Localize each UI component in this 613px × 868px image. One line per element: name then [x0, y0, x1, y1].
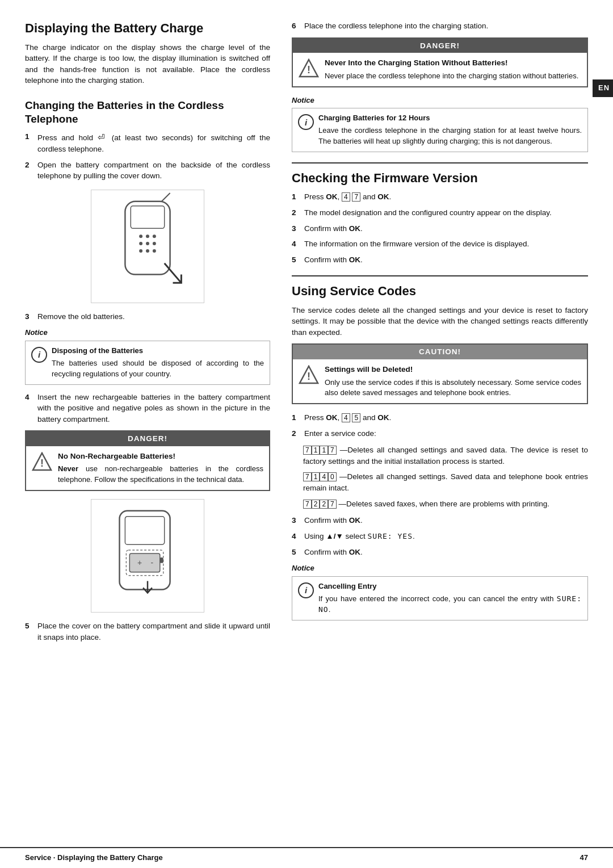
danger-header-2: DANGER! — [293, 39, 587, 53]
section1-title: Displaying the Battery Charge — [25, 20, 270, 36]
footer-left: Service · Displaying the Battery Charge — [25, 853, 163, 863]
section4-steps-b: 3 Confirm with OK. 4 Using ▲/▼ select SU… — [292, 515, 588, 557]
danger-title-2: Never Into the Charging Station Without … — [325, 57, 578, 69]
cancelling-notice: i Cancelling Entry If you have entered t… — [292, 576, 588, 620]
notice-icon-3: i — [298, 582, 314, 598]
svg-rect-1 — [131, 206, 164, 228]
svg-text:!: ! — [40, 458, 44, 469]
svg-point-10 — [146, 249, 149, 253]
notice-icon-2: i — [298, 114, 314, 130]
section-divider-1 — [292, 162, 588, 163]
step6: 6 Place the cordless telephone into the … — [292, 20, 588, 32]
left-column: Displaying the Battery Charge The charge… — [25, 20, 286, 847]
notice-label-3: Notice — [292, 563, 588, 574]
caution-header: CAUTION! — [293, 345, 587, 359]
step4: 4 Insert the new rechargeable batteries … — [25, 392, 270, 425]
charging-notice: i Charging Batteries for 12 Hours Leave … — [292, 108, 588, 152]
cancelling-notice-title: Cancelling Entry — [318, 581, 582, 592]
section2-step5: 5 Place the cover on the battery compart… — [25, 620, 270, 643]
notice-label-1: Notice — [25, 328, 270, 338]
charging-notice-body: Leave the cordless telephone in the char… — [318, 125, 582, 147]
section-divider-2 — [292, 275, 588, 276]
svg-point-3 — [139, 234, 142, 238]
disposing-notice: i Disposing of the Batteries The batteri… — [25, 341, 270, 385]
footer-right: 47 — [580, 853, 588, 863]
s4-step2: 2 Enter a service code: — [292, 428, 588, 439]
danger-box-1: DANGER! ! No Non-Rechargeable Batteries!… — [25, 430, 270, 491]
s4-step1: 1 Press OK, 4 5 and OK. — [292, 412, 588, 423]
section2-step4: 4 Insert the new rechargeable batteries … — [25, 392, 270, 425]
danger-icon-1: ! — [32, 452, 52, 472]
cancelling-notice-body: If you have entered the incorrect code, … — [318, 594, 582, 615]
language-tab: EN — [593, 79, 613, 97]
s3-step3: 3 Confirm with OK. — [292, 223, 588, 234]
section3-title: Checking the Firmware Version — [292, 170, 588, 186]
charging-notice-title: Charging Batteries for 12 Hours — [318, 113, 582, 124]
footer: Service · Displaying the Battery Charge … — [0, 847, 613, 868]
svg-text:!: ! — [307, 64, 310, 76]
svg-point-5 — [153, 234, 156, 238]
svg-point-7 — [146, 242, 149, 245]
section2-steps: 1 Press and hold ⏎ (at least two seconds… — [25, 131, 270, 181]
service-codes: 7117 —Deletes all changed settings and s… — [292, 445, 588, 509]
danger-header-1: DANGER! — [26, 431, 269, 446]
svg-rect-18 — [160, 557, 163, 563]
svg-line-2 — [162, 193, 170, 202]
section2-title: Changing the Batteries in the Cordless T… — [25, 99, 270, 126]
svg-text:+: + — [137, 558, 142, 567]
svg-text:-: - — [151, 558, 154, 567]
section4-title: Using Service Codes — [292, 283, 588, 299]
svg-point-6 — [139, 242, 142, 245]
caution-box-1: CAUTION! ! Settings will be Deleted! Onl… — [292, 343, 588, 404]
disposing-notice-title: Disposing of the Batteries — [52, 346, 264, 357]
step3: 3 Remove the old batteries. — [25, 311, 270, 322]
danger-title-1: No Non-Rechargeable Batteries! — [58, 451, 263, 462]
s3-step5: 5 Confirm with OK. — [292, 254, 588, 266]
svg-point-8 — [153, 242, 156, 245]
caution-body: Only use the service codes if this is ab… — [325, 378, 581, 399]
phone-image-1 — [25, 190, 270, 303]
s4-step3: 3 Confirm with OK. — [292, 515, 588, 526]
disposing-notice-body: The batteries used should be disposed of… — [52, 358, 264, 380]
svg-point-11 — [153, 249, 156, 253]
caution-title: Settings will be Deleted! — [325, 364, 581, 375]
notice-icon-1: i — [31, 347, 47, 363]
section4-steps: 1 Press OK, 4 5 and OK. 2 Enter a servic… — [292, 412, 588, 439]
danger-box-2: DANGER! ! Never Into the Charging Statio… — [292, 37, 588, 87]
section2-steps-b: 3 Remove the old batteries. — [25, 311, 270, 322]
s3-step4: 4 The information on the firmware versio… — [292, 238, 588, 250]
phone-image-2: + - — [25, 499, 270, 613]
step5: 5 Place the cover on the battery compart… — [25, 620, 270, 643]
section1-body: The charge indicator on the display show… — [25, 42, 270, 86]
s3-step2: 2 The model designation and the configur… — [292, 207, 588, 219]
step2: 2 Open the battery compartment on the ba… — [25, 160, 270, 182]
svg-point-4 — [146, 234, 149, 238]
section4-intro: The service codes delete all the changed… — [292, 305, 588, 338]
svg-point-9 — [139, 249, 142, 253]
svg-text:!: ! — [307, 371, 310, 382]
caution-icon: ! — [299, 365, 319, 385]
notice-label-2: Notice — [292, 95, 588, 106]
step1: 1 Press and hold ⏎ (at least two seconds… — [25, 131, 270, 154]
danger-body-2: Never place the cordless telephone into … — [325, 71, 578, 82]
svg-rect-17 — [129, 553, 159, 572]
section3-steps: 1 Press OK, 4 7 and OK. 2 The model desi… — [292, 191, 588, 265]
s4-step4: 4 Using ▲/▼ select SURE: YES. — [292, 531, 588, 542]
s4-step5: 5 Confirm with OK. — [292, 547, 588, 558]
right-column: 6 Place the cordless telephone into the … — [286, 20, 588, 847]
danger-icon-2: ! — [299, 58, 319, 79]
right-step6: 6 Place the cordless telephone into the … — [292, 20, 588, 32]
svg-rect-15 — [125, 517, 164, 545]
s3-step1: 1 Press OK, 4 7 and OK. — [292, 191, 588, 203]
